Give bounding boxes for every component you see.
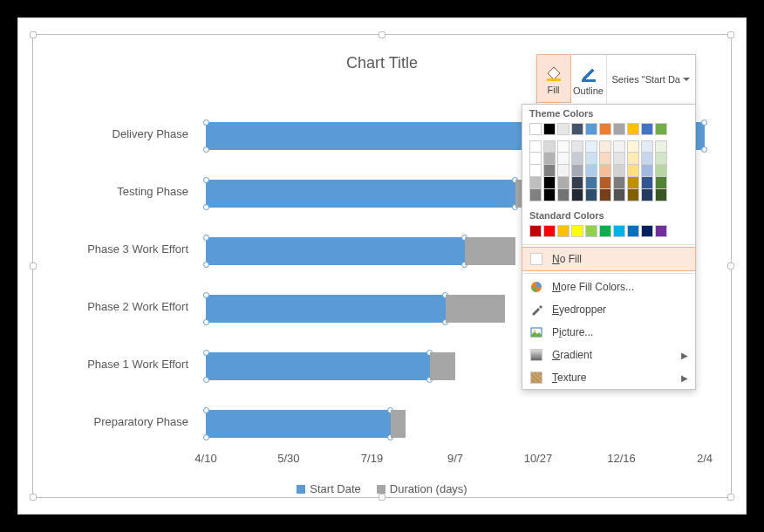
bar-start-date[interactable] xyxy=(206,180,515,208)
more-fill-colors-item[interactable]: More Fill Colors... xyxy=(522,276,695,298)
color-swatch[interactable] xyxy=(585,189,597,201)
color-swatch[interactable] xyxy=(543,165,556,177)
color-swatch[interactable] xyxy=(543,140,556,153)
gradient-fill-item[interactable]: Gradient ▶ xyxy=(522,344,695,366)
color-swatch[interactable] xyxy=(585,177,597,189)
color-swatch[interactable] xyxy=(529,177,542,189)
color-swatch[interactable] xyxy=(627,153,639,165)
bar-duration[interactable] xyxy=(430,352,455,380)
y-label: Phase 1 Work Effort xyxy=(49,358,188,371)
fill-button[interactable]: Fill xyxy=(536,54,571,103)
color-swatch[interactable] xyxy=(529,189,542,201)
no-fill-item[interactable]: No Fill xyxy=(522,247,696,271)
color-swatch[interactable] xyxy=(571,123,583,135)
eyedropper-item[interactable]: Eyedropper xyxy=(522,298,695,321)
bar-duration[interactable] xyxy=(391,410,406,438)
color-swatch[interactable] xyxy=(613,189,625,201)
color-swatch[interactable] xyxy=(613,165,625,177)
color-swatch[interactable] xyxy=(529,153,542,165)
color-swatch[interactable] xyxy=(613,225,625,237)
color-swatch[interactable] xyxy=(599,153,611,165)
color-swatch[interactable] xyxy=(585,225,597,237)
color-swatch[interactable] xyxy=(655,153,667,165)
color-swatch[interactable] xyxy=(655,177,667,189)
color-swatch[interactable] xyxy=(571,177,583,189)
color-swatch[interactable] xyxy=(627,177,639,189)
color-swatch[interactable] xyxy=(557,140,570,153)
color-swatch[interactable] xyxy=(627,140,639,153)
color-swatch[interactable] xyxy=(599,140,611,153)
bar-start-date[interactable] xyxy=(206,410,391,438)
picture-fill-item[interactable]: Picture... xyxy=(522,321,695,344)
texture-fill-item[interactable]: Texture ▶ xyxy=(522,366,695,389)
color-swatch[interactable] xyxy=(543,177,556,189)
color-swatch[interactable] xyxy=(627,123,639,135)
color-swatch[interactable] xyxy=(641,165,653,177)
color-swatch[interactable] xyxy=(613,123,625,135)
color-swatch[interactable] xyxy=(571,153,583,165)
color-swatch[interactable] xyxy=(571,189,583,201)
color-swatch[interactable] xyxy=(557,153,570,165)
color-swatch[interactable] xyxy=(557,123,570,135)
color-swatch[interactable] xyxy=(599,225,611,237)
color-swatch[interactable] xyxy=(627,225,639,237)
bar-start-date[interactable] xyxy=(206,237,465,265)
color-swatch[interactable] xyxy=(557,165,570,177)
bar-start-date[interactable] xyxy=(206,352,430,380)
svg-rect-1 xyxy=(582,79,596,82)
color-swatch[interactable] xyxy=(585,165,597,177)
color-swatch[interactable] xyxy=(543,153,556,165)
color-swatch[interactable] xyxy=(655,165,667,177)
color-swatch[interactable] xyxy=(655,225,667,237)
bar-duration[interactable] xyxy=(465,237,515,265)
color-swatch[interactable] xyxy=(571,165,583,177)
color-swatch[interactable] xyxy=(557,189,570,201)
legend[interactable]: Start Date Duration (days) xyxy=(33,482,731,495)
color-swatch[interactable] xyxy=(641,153,653,165)
color-swatch[interactable] xyxy=(613,177,625,189)
outline-button[interactable]: Outline xyxy=(571,55,606,104)
color-swatch[interactable] xyxy=(529,225,542,237)
color-swatch[interactable] xyxy=(655,140,667,153)
color-swatch[interactable] xyxy=(529,123,542,135)
bar-duration[interactable] xyxy=(446,295,506,323)
color-swatch[interactable] xyxy=(627,165,639,177)
color-swatch[interactable] xyxy=(641,140,653,153)
color-swatch[interactable] xyxy=(557,225,570,237)
color-swatch[interactable] xyxy=(585,140,597,153)
color-swatch[interactable] xyxy=(641,177,653,189)
chart-element-selector[interactable]: Series "Start Da xyxy=(606,55,696,104)
color-swatch[interactable] xyxy=(641,123,653,135)
color-swatch[interactable] xyxy=(627,189,639,201)
color-swatch[interactable] xyxy=(655,123,667,135)
color-swatch[interactable] xyxy=(655,189,667,201)
chevron-down-icon xyxy=(683,78,690,81)
color-swatch[interactable] xyxy=(543,225,556,237)
x-tick: 5/30 xyxy=(277,452,299,465)
color-swatch[interactable] xyxy=(599,123,611,135)
color-swatch[interactable] xyxy=(585,123,597,135)
bar-start-date[interactable] xyxy=(206,295,446,323)
color-swatch[interactable] xyxy=(599,177,611,189)
color-swatch[interactable] xyxy=(641,189,653,201)
y-axis-labels: Delivery Phase Testing Phase Phase 3 Wor… xyxy=(49,115,197,452)
color-swatch[interactable] xyxy=(571,140,583,153)
color-swatch[interactable] xyxy=(599,189,611,201)
color-swatch[interactable] xyxy=(557,177,570,189)
resize-handle[interactable] xyxy=(30,263,37,269)
resize-handle[interactable] xyxy=(727,31,734,38)
color-swatch[interactable] xyxy=(599,165,611,177)
resize-handle[interactable] xyxy=(30,31,37,38)
color-wheel-icon xyxy=(529,280,543,294)
color-swatch[interactable] xyxy=(613,140,625,153)
color-swatch[interactable] xyxy=(585,153,597,165)
color-swatch[interactable] xyxy=(613,153,625,165)
color-swatch[interactable] xyxy=(543,123,556,135)
color-swatch[interactable] xyxy=(529,140,542,153)
color-swatch[interactable] xyxy=(641,225,653,237)
resize-handle[interactable] xyxy=(727,263,734,269)
color-swatch[interactable] xyxy=(529,165,542,177)
color-swatch[interactable] xyxy=(543,189,556,201)
color-swatch[interactable] xyxy=(571,225,583,237)
resize-handle[interactable] xyxy=(379,31,385,38)
